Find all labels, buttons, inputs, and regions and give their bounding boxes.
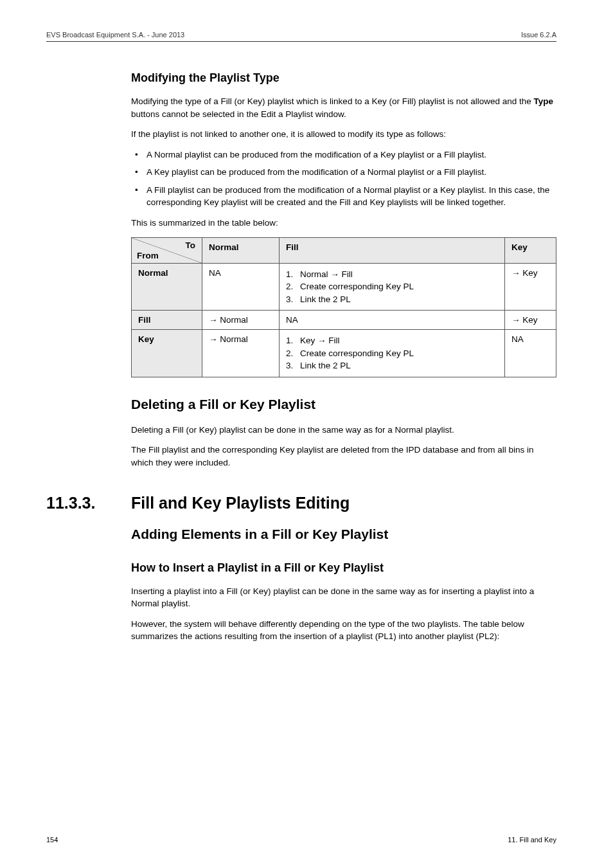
paragraph: However, the system will behave differen… [131, 618, 556, 643]
paragraph: If the playlist is not linked to another… [131, 128, 556, 141]
step-item: Create corresponding Key PL [286, 347, 498, 360]
step-item: Key → Fill [286, 334, 498, 347]
paragraph: Inserting a playlist into a Fill (or Key… [131, 585, 556, 610]
step-item: Link the 2 PL [286, 359, 498, 372]
section-title: Fill and Key Playlists Editing [131, 494, 350, 512]
step-item: Link the 2 PL [286, 293, 498, 306]
list-item: A Fill playlist can be produced from the… [131, 184, 556, 209]
table-header-normal: Normal [202, 237, 280, 263]
cell: NA [202, 263, 280, 311]
row-label: Normal [132, 263, 202, 311]
table-row: Key → Normal Key → Fill Create correspon… [132, 330, 556, 377]
footer-page-number: 154 [46, 836, 58, 844]
cell: NA [505, 330, 556, 377]
paragraph: Modifying the type of a Fill (or Key) pl… [131, 95, 556, 120]
footer-section-label: 11. Fill and Key [508, 836, 556, 844]
modification-summary-table: To From Normal Fill Key Normal NA Normal… [131, 237, 556, 377]
heading-how-to-insert: How to Insert a Playlist in a Fill or Ke… [131, 561, 556, 575]
table-header-key: Key [505, 237, 556, 263]
steps-list: Key → Fill Create corresponding Key PL L… [286, 334, 498, 372]
cell: NA [280, 311, 505, 330]
cell: → Normal [202, 330, 280, 377]
header-right: Issue 6.2.A [521, 31, 556, 39]
table-row: Normal NA Normal → Fill Create correspon… [132, 263, 556, 311]
table-header-fill: Fill [280, 237, 505, 263]
header-left: EVS Broadcast Equipment S.A. - June 2013 [46, 31, 184, 39]
cell: Key → Fill Create corresponding Key PL L… [280, 330, 505, 377]
svg-line-0 [132, 238, 202, 263]
cell: → Key [505, 311, 556, 330]
section-number: 11.3.3. [46, 494, 131, 512]
list-item: A Key playlist can be produced from the … [131, 166, 556, 179]
heading-modifying-playlist-type: Modifying the Playlist Type [131, 71, 556, 85]
paragraph: The Fill playlist and the corresponding … [131, 444, 556, 469]
step-item: Normal → Fill [286, 268, 498, 281]
bullet-list: A Normal playlist can be produced from t… [131, 149, 556, 209]
table-header-diagonal: To From [132, 237, 202, 263]
row-label: Fill [132, 311, 202, 330]
step-item: Create corresponding Key PL [286, 280, 498, 293]
table-row: Fill → Normal NA → Key [132, 311, 556, 330]
header-rule [46, 41, 556, 42]
row-label: Key [132, 330, 202, 377]
list-item: A Normal playlist can be produced from t… [131, 149, 556, 161]
heading-adding-elements: Adding Elements in a Fill or Key Playlis… [131, 527, 556, 542]
text-bold-type: Type [534, 96, 554, 106]
heading-deleting-fill-or-key: Deleting a Fill or Key Playlist [131, 397, 556, 412]
cell: → Key [505, 263, 556, 311]
steps-list: Normal → Fill Create corresponding Key P… [286, 268, 498, 306]
paragraph: This is summarized in the table below: [131, 217, 556, 230]
diagonal-line-icon [132, 238, 202, 263]
cell: Normal → Fill Create corresponding Key P… [280, 263, 505, 311]
cell: → Normal [202, 311, 280, 330]
text: Modifying the type of a Fill (or Key) pl… [131, 96, 534, 106]
text: buttons cannot be selected in the Edit a… [131, 109, 346, 119]
paragraph: Deleting a Fill (or Key) playlist can be… [131, 424, 556, 437]
